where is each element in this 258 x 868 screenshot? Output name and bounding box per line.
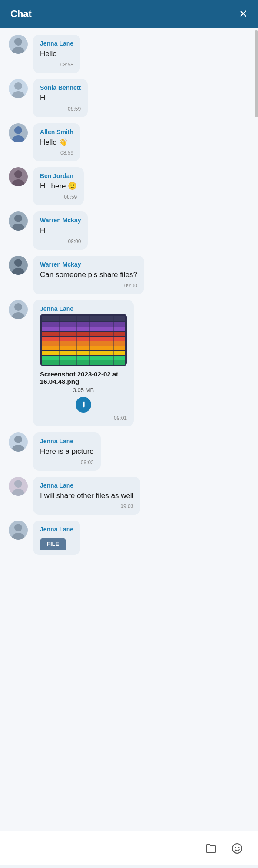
message-time: 09:01 — [40, 415, 127, 421]
file-badge[interactable]: FILE — [40, 535, 73, 550]
svg-point-35 — [12, 533, 24, 540]
scrollbar[interactable] — [255, 30, 258, 117]
svg-rect-22 — [42, 351, 125, 355]
svg-point-33 — [12, 489, 24, 496]
message-sender: Warren Mckay — [40, 217, 81, 224]
svg-point-5 — [12, 135, 24, 142]
message-bubble: Warren Mckay Hi 09:00 — [33, 211, 88, 250]
svg-rect-21 — [42, 346, 125, 350]
list-item: Warren Mckay Can someone pls share files… — [9, 256, 249, 294]
svg-point-34 — [14, 524, 22, 531]
list-item: Sonia Bennett Hi 08:59 — [9, 79, 249, 117]
message-bubble: Warren Mckay Can someone pls share files… — [33, 256, 144, 294]
svg-point-6 — [14, 170, 22, 178]
avatar — [9, 256, 28, 275]
svg-point-31 — [12, 445, 24, 452]
folder-icon[interactable] — [203, 841, 219, 856]
list-item: Jenna Lane FILE — [9, 521, 249, 555]
close-button[interactable]: ✕ — [239, 8, 248, 20]
message-text: I will share other files as well — [40, 491, 133, 501]
file-size: 3.05 MB — [40, 387, 127, 393]
file-preview-image — [40, 314, 127, 366]
message-sender: Jenna Lane — [40, 482, 133, 489]
svg-rect-24 — [42, 360, 125, 365]
svg-point-13 — [12, 312, 24, 319]
svg-point-12 — [14, 303, 22, 311]
svg-point-3 — [12, 91, 24, 98]
message-time: 09:03 — [40, 459, 94, 465]
svg-rect-19 — [42, 337, 125, 341]
svg-point-4 — [14, 126, 22, 134]
message-sender: Sonia Bennett — [40, 84, 81, 91]
avatar — [9, 167, 28, 186]
message-text: Hi there 🙂 — [40, 181, 77, 191]
svg-rect-20 — [42, 341, 125, 346]
message-text: Hello 👋 — [40, 137, 73, 148]
file-badge-label: FILE — [40, 538, 66, 550]
svg-point-9 — [12, 224, 24, 231]
svg-point-32 — [14, 480, 22, 488]
message-text: Hi — [40, 225, 81, 236]
avatar — [9, 521, 28, 540]
message-bubble: Sonia Bennett Hi 08:59 — [33, 79, 88, 117]
message-text: Can someone pls share files? — [40, 270, 137, 280]
message-time: 08:59 — [40, 194, 77, 200]
chat-container: Chat ✕ Jenna Lane Hello 08:58 Sonia Benn… — [0, 0, 258, 865]
svg-point-30 — [14, 436, 22, 443]
svg-rect-23 — [42, 356, 125, 360]
avatar — [9, 300, 28, 319]
svg-rect-18 — [42, 332, 125, 336]
message-sender: Ben Jordan — [40, 172, 77, 179]
list-item: Jenna Lane — [9, 300, 249, 426]
chat-body: Jenna Lane Hello 08:58 Sonia Bennett Hi … — [0, 28, 258, 831]
download-button[interactable]: ⬇ — [76, 397, 91, 413]
svg-point-7 — [12, 179, 24, 186]
svg-point-2 — [14, 82, 22, 90]
message-sender: Jenna Lane — [40, 305, 127, 312]
message-bubble: Jenna Lane — [33, 300, 134, 426]
svg-point-38 — [238, 847, 240, 848]
message-time: 09:00 — [40, 283, 137, 289]
message-bubble: Jenna Lane I will share other files as w… — [33, 477, 140, 515]
avatar — [9, 79, 28, 98]
message-bubble: Allen Smith Hello 👋 08:59 — [33, 123, 80, 162]
message-text: Here is a picture — [40, 446, 94, 457]
message-bubble: Jenna Lane FILE — [33, 521, 80, 555]
svg-point-1 — [12, 47, 24, 54]
svg-point-11 — [12, 268, 24, 275]
chat-title: Chat — [10, 8, 32, 20]
message-bubble: Ben Jordan Hi there 🙂 08:59 — [33, 167, 84, 205]
svg-point-0 — [14, 38, 22, 46]
message-sender: Jenna Lane — [40, 526, 73, 533]
list-item: Warren Mckay Hi 09:00 — [9, 211, 249, 250]
avatar — [9, 477, 28, 496]
svg-point-37 — [235, 847, 236, 848]
list-item: Allen Smith Hello 👋 08:59 — [9, 123, 249, 162]
message-sender: Jenna Lane — [40, 438, 94, 445]
message-sender: Allen Smith — [40, 129, 73, 135]
message-time: 08:59 — [40, 150, 73, 156]
message-text: Hi — [40, 93, 81, 103]
avatar — [9, 35, 28, 54]
svg-point-8 — [14, 215, 22, 222]
list-item: Jenna Lane Here is a picture 09:03 — [9, 432, 249, 471]
message-time: 09:03 — [40, 503, 133, 509]
message-sender: Jenna Lane — [40, 40, 73, 47]
message-sender: Warren Mckay — [40, 261, 137, 268]
message-bubble: Jenna Lane Hello 08:58 — [33, 35, 80, 73]
svg-rect-15 — [42, 316, 125, 321]
message-time: 09:00 — [40, 238, 81, 244]
chat-header: Chat ✕ — [0, 0, 258, 28]
svg-rect-17 — [42, 327, 125, 331]
emoji-icon[interactable] — [229, 841, 245, 856]
message-bubble: Jenna Lane Here is a picture 09:03 — [33, 432, 101, 471]
svg-rect-16 — [42, 322, 125, 327]
avatar — [9, 123, 28, 142]
avatar — [9, 211, 28, 231]
chat-footer — [0, 831, 258, 865]
list-item: Jenna Lane I will share other files as w… — [9, 477, 249, 515]
list-item: Jenna Lane Hello 08:58 — [9, 35, 249, 73]
svg-point-36 — [232, 844, 242, 853]
message-time: 08:58 — [40, 62, 73, 68]
message-text: Hello — [40, 49, 73, 59]
